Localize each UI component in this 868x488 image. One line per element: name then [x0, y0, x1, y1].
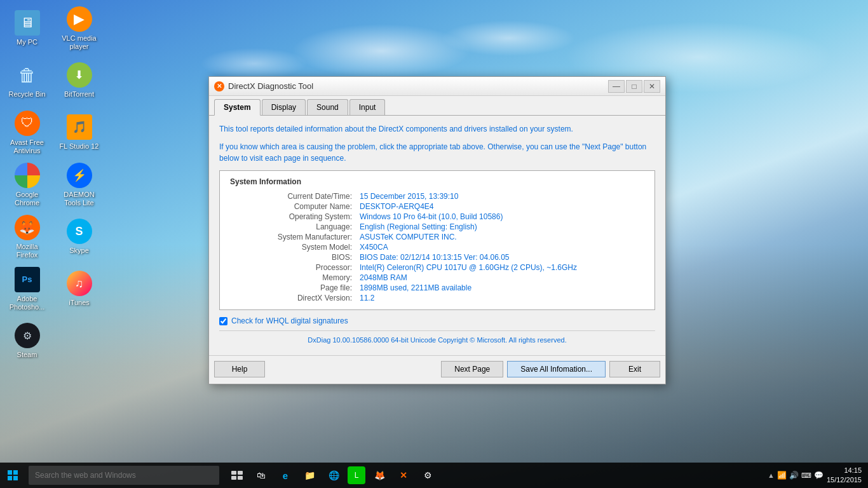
copyright-text: DxDiag 10.00.10586.0000 64-bit Unicode C…	[219, 330, 655, 344]
dialog-title: DirectX Diagnostic Tool	[228, 81, 608, 91]
mypc-icon: 🖥	[15, 10, 40, 36]
field-value-0: 15 December 2015, 13:39:10	[357, 191, 644, 201]
svg-rect-1	[13, 470, 18, 475]
directx-title-icon: ✕	[214, 81, 224, 92]
taskbar-clock[interactable]: 14:15 15/12/2015	[827, 466, 862, 485]
field-value-3: English (Regional Setting: English)	[357, 222, 644, 232]
clock-time: 14:15	[827, 466, 862, 475]
fl-studio-icon: 🎵	[67, 114, 92, 140]
start-button[interactable]	[0, 463, 25, 488]
field-value-5: X450CA	[357, 242, 644, 252]
photoshop-icon: Ps	[15, 267, 40, 292]
taskview-button[interactable]	[226, 463, 248, 488]
svg-rect-5	[238, 471, 243, 475]
field-label-8: Memory:	[230, 273, 357, 283]
volume-icon[interactable]: 🔊	[789, 471, 799, 480]
notification-icon[interactable]: 💬	[814, 471, 824, 480]
field-label-4: System Manufacturer:	[230, 232, 357, 242]
next-page-button[interactable]: Next Page	[441, 361, 503, 377]
skype-icon: S	[67, 219, 92, 244]
directx-taskbar-icon[interactable]: ✕	[392, 463, 415, 488]
desktop-icon-recycle[interactable]: 🗑 Recycle Bin	[3, 55, 51, 106]
field-value-2: Windows 10 Pro 64-bit (10.0, Build 10586…	[357, 212, 644, 222]
table-row: Operating System: Windows 10 Pro 64-bit …	[230, 212, 644, 222]
maximize-button[interactable]: □	[626, 80, 642, 93]
taskbar-right: ▲ 📶 🔊 ⌨ 💬 14:15 15/12/2015	[768, 466, 868, 485]
bittorrent-label: BitTorrent	[64, 90, 94, 98]
itunes-label: iTunes	[69, 299, 90, 307]
desktop-icon-photoshop[interactable]: Ps Adobe Photosho...	[3, 264, 51, 315]
desktop-icon-vlc[interactable]: ▶ VLC media player	[55, 3, 103, 54]
field-label-6: BIOS:	[230, 252, 357, 262]
desktop-icon-fl-studio[interactable]: 🎵 FL Studio 12	[55, 107, 103, 158]
save-all-button[interactable]: Save All Infomation...	[507, 361, 606, 377]
firefox-taskbar-icon[interactable]: 🦊	[368, 463, 391, 488]
svg-rect-6	[231, 476, 236, 480]
info-text-1: This tool reports detailed information a…	[219, 123, 655, 135]
desktop-icon-avast[interactable]: 🛡 Avast Free Antivirus	[3, 107, 51, 158]
table-row: Current Date/Time: 15 December 2015, 13:…	[230, 191, 644, 201]
avast-label: Avast Free Antivirus	[6, 139, 48, 155]
close-button[interactable]: ✕	[644, 80, 660, 93]
chrome-icon	[15, 163, 40, 188]
daemon-icon: ⚡	[67, 163, 92, 188]
minimize-button[interactable]: —	[608, 80, 625, 93]
desktop-icon-daemon[interactable]: ⚡ DAEMON Tools Lite	[55, 159, 103, 210]
taskbar-pinned-icons: 🛍 e 📁 🌐 L 🦊 ✕ ⚙	[226, 463, 439, 488]
edge-icon-button[interactable]: e	[274, 463, 297, 488]
ie-icon-button[interactable]: 🌐	[322, 463, 345, 488]
dialog-buttons: Help Next Page Save All Infomation... Ex…	[209, 355, 665, 384]
bittorrent-icon: ⬇	[67, 62, 92, 88]
keyboard-icon[interactable]: ⌨	[801, 471, 811, 480]
store-icon-button[interactable]: 🛍	[250, 463, 273, 488]
task-view-icon	[231, 471, 243, 480]
steam-taskbar-icon[interactable]: ⚙	[416, 463, 439, 488]
checkbox-row: Check for WHQL digital signatures	[219, 316, 655, 325]
desktop-icon-steam[interactable]: ⚙ Steam	[3, 316, 51, 367]
field-label-9: Page file:	[230, 283, 357, 293]
info-text-2: If you know which area is causing the pr…	[219, 141, 655, 164]
sysinfo-title: System Information	[230, 177, 644, 186]
steam-label: Steam	[17, 351, 37, 359]
field-value-9: 1898MB used, 2211MB available	[357, 283, 644, 293]
dialog-tabs: System Display Sound Input	[209, 96, 665, 116]
sysinfo-table: Current Date/Time: 15 December 2015, 13:…	[230, 191, 644, 303]
field-value-7: Intel(R) Celeron(R) CPU 1017U @ 1.60GHz …	[357, 262, 644, 273]
desktop-icon-skype[interactable]: S Skype	[55, 212, 103, 262]
sysinfo-box: System Information Current Date/Time: 15…	[219, 170, 655, 310]
exit-button[interactable]: Exit	[609, 361, 660, 377]
field-value-8: 2048MB RAM	[357, 273, 644, 283]
daemon-label: DAEMON Tools Lite	[58, 191, 100, 207]
table-row: System Manufacturer: ASUSTeK COMPUTER IN…	[230, 232, 644, 242]
explorer-icon-button[interactable]: 📁	[298, 463, 321, 488]
tab-sound[interactable]: Sound	[307, 99, 348, 115]
svg-rect-4	[231, 471, 236, 475]
fl-studio-label: FL Studio 12	[60, 142, 99, 151]
table-row: DirectX Version: 11.2	[230, 293, 644, 303]
btn-group-right: Next Page Save All Infomation... Exit	[441, 361, 660, 377]
desktop-icon-itunes[interactable]: ♫ iTunes	[55, 264, 103, 315]
firefox-icon: 🦊	[15, 215, 40, 240]
tab-input[interactable]: Input	[349, 99, 386, 115]
table-row: Memory: 2048MB RAM	[230, 273, 644, 283]
field-label-0: Current Date/Time:	[230, 191, 357, 201]
field-label-3: Language:	[230, 222, 357, 232]
desktop-icon-chrome[interactable]: Google Chrome	[3, 159, 51, 210]
whql-checkbox[interactable]	[219, 317, 227, 325]
line-icon-button[interactable]: L	[348, 466, 365, 484]
table-row: System Model: X450CA	[230, 242, 644, 252]
field-label-2: Operating System:	[230, 212, 357, 222]
system-tray-icons: ▲ 📶 🔊 ⌨ 💬	[768, 471, 824, 480]
tray-chevron-icon[interactable]: ▲	[768, 471, 775, 479]
network-icon[interactable]: 📶	[777, 471, 787, 480]
help-button[interactable]: Help	[214, 361, 265, 377]
search-input[interactable]	[29, 466, 219, 485]
directx-dialog: ✕ DirectX Diagnostic Tool — □ ✕ System D…	[208, 76, 666, 384]
desktop-icon-firefox[interactable]: 🦊 Mozilla Firefox	[3, 212, 51, 262]
desktop-icon-bittorrent[interactable]: ⬇ BitTorrent	[55, 55, 103, 106]
tab-display[interactable]: Display	[262, 99, 306, 115]
tab-system[interactable]: System	[214, 99, 261, 116]
whql-label[interactable]: Check for WHQL digital signatures	[231, 316, 348, 325]
dialog-titlebar[interactable]: ✕ DirectX Diagnostic Tool — □ ✕	[209, 77, 665, 96]
desktop-icon-mypc[interactable]: 🖥 My PC	[3, 3, 51, 54]
